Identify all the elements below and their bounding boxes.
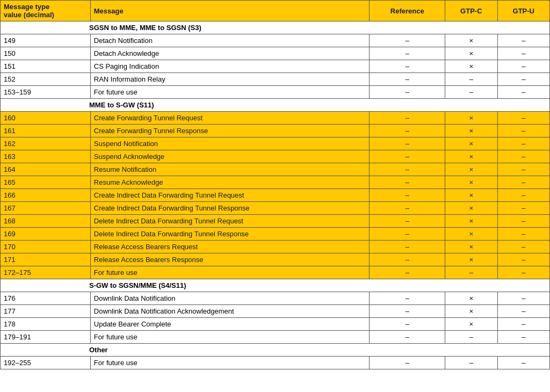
table-row: 160Create Forwarding Tunnel Request–×–: [1, 112, 550, 125]
msg-reference: –: [370, 357, 445, 369]
table-row: 172–175For future use–––: [1, 266, 550, 279]
msg-reference: –: [370, 228, 445, 241]
msg-gtpc: ×: [445, 34, 497, 47]
msg-name: For future use: [90, 357, 370, 369]
table-row: 169Delete Indirect Data Forwarding Tunne…: [1, 228, 550, 241]
msg-name: For future use: [90, 266, 370, 279]
msg-gtpc: ×: [445, 292, 497, 305]
msg-gtpc: ×: [445, 163, 497, 176]
msg-type-value: 171: [1, 253, 91, 266]
table-row: 151CS Paging Indication–×–: [1, 60, 550, 73]
table-row: 171Release Access Bearers Response–×–: [1, 253, 550, 266]
table-row: 168Delete Indirect Data Forwarding Tunne…: [1, 215, 550, 228]
table-row: 170Release Access Bearers Request–×–: [1, 241, 550, 253]
msg-gtpc: ×: [445, 137, 497, 150]
msg-reference: –: [370, 215, 445, 228]
table-row: 167Create Indirect Data Forwarding Tunne…: [1, 202, 550, 215]
msg-reference: –: [370, 241, 445, 253]
msg-gtpu: –: [497, 86, 549, 99]
msg-reference: –: [370, 202, 445, 215]
msg-gtpc: ×: [445, 305, 497, 318]
msg-type-value: 168: [1, 215, 91, 228]
msg-gtpc: ×: [445, 241, 497, 253]
msg-gtpc: ×: [445, 112, 497, 125]
msg-gtpc: ×: [445, 215, 497, 228]
section-header-row: SGSN to MME, MME to SGSN (S3): [1, 21, 550, 34]
msg-name: Create Indirect Data Forwarding Tunnel R…: [90, 202, 370, 215]
table-row: 152RAN Information Relay–––: [1, 73, 550, 86]
msg-type-value: 162: [1, 137, 91, 150]
msg-type-value: 178: [1, 318, 91, 331]
msg-gtpu: –: [497, 241, 549, 253]
msg-name: Detach Notification: [90, 34, 370, 47]
msg-name: For future use: [90, 331, 370, 344]
msg-name: Downlink Data Notification: [90, 292, 370, 305]
msg-type-value: 153–159: [1, 86, 91, 99]
header-reference: Reference: [370, 1, 445, 21]
msg-gtpu: –: [497, 137, 549, 150]
section-header-row: Other: [1, 344, 550, 357]
msg-name: Release Access Bearers Request: [90, 241, 370, 253]
msg-type-value: 176: [1, 292, 91, 305]
msg-type-value: 165: [1, 176, 91, 189]
msg-gtpc: –: [445, 86, 497, 99]
msg-type-value: 170: [1, 241, 91, 253]
table-row: 163Suspend Acknowledge–×–: [1, 150, 550, 163]
table-row: 176Downlink Data Notification–×–: [1, 292, 550, 305]
msg-name: Suspend Acknowledge: [90, 150, 370, 163]
msg-gtpu: –: [497, 125, 549, 137]
msg-reference: –: [370, 73, 445, 86]
msg-reference: –: [370, 125, 445, 137]
msg-name: Create Forwarding Tunnel Response: [90, 125, 370, 137]
table-row: 162Suspend Notification–×–: [1, 137, 550, 150]
msg-gtpu: –: [497, 176, 549, 189]
msg-type-value: 163: [1, 150, 91, 163]
msg-type-value: 172–175: [1, 266, 91, 279]
header-msgtype: Message typevalue (decimal): [1, 1, 91, 21]
msg-name: Detach Acknowledge: [90, 47, 370, 60]
msg-gtpu: –: [497, 305, 549, 318]
msg-name: Delete Indirect Data Forwarding Tunnel R…: [90, 215, 370, 228]
table-row: 179–191For future use–––: [1, 331, 550, 344]
msg-gtpu: –: [497, 228, 549, 241]
msg-name: Release Access Bearers Response: [90, 253, 370, 266]
msg-type-value: 166: [1, 189, 91, 202]
msg-gtpu: –: [497, 189, 549, 202]
msg-gtpu: –: [497, 266, 549, 279]
msg-reference: –: [370, 266, 445, 279]
msg-name: Create Forwarding Tunnel Request: [90, 112, 370, 125]
msg-reference: –: [370, 137, 445, 150]
msg-name: Create Indirect Data Forwarding Tunnel R…: [90, 189, 370, 202]
msg-name: CS Paging Indication: [90, 60, 370, 73]
table-row: 149Detach Notification–×–: [1, 34, 550, 47]
msg-gtpu: –: [497, 292, 549, 305]
table-row: 166Create Indirect Data Forwarding Tunne…: [1, 189, 550, 202]
msg-reference: –: [370, 163, 445, 176]
msg-gtpu: –: [497, 60, 549, 73]
msg-name: For future use: [90, 86, 370, 99]
msg-gtpc: ×: [445, 189, 497, 202]
msg-reference: –: [370, 189, 445, 202]
msg-gtpc: ×: [445, 60, 497, 73]
msg-reference: –: [370, 150, 445, 163]
msg-gtpc: ×: [445, 47, 497, 60]
msg-gtpu: –: [497, 47, 549, 60]
header-gtpu: GTP-U: [497, 1, 549, 21]
header-message: Message: [90, 1, 370, 21]
msg-type-value: 161: [1, 125, 91, 137]
msg-gtpc: ×: [445, 202, 497, 215]
msg-name: Update Bearer Complete: [90, 318, 370, 331]
msg-gtpc: –: [445, 357, 497, 369]
msg-type-value: 169: [1, 228, 91, 241]
msg-type-value: 149: [1, 34, 91, 47]
msg-reference: –: [370, 47, 445, 60]
msg-type-value: 192–255: [1, 357, 91, 369]
msg-reference: –: [370, 318, 445, 331]
header-gtpc: GTP-C: [445, 1, 497, 21]
msg-gtpu: –: [497, 318, 549, 331]
table-row: 164Resume Notification–×–: [1, 163, 550, 176]
msg-gtpc: ×: [445, 150, 497, 163]
msg-gtpu: –: [497, 150, 549, 163]
table-row: 161Create Forwarding Tunnel Response–×–: [1, 125, 550, 137]
msg-reference: –: [370, 305, 445, 318]
